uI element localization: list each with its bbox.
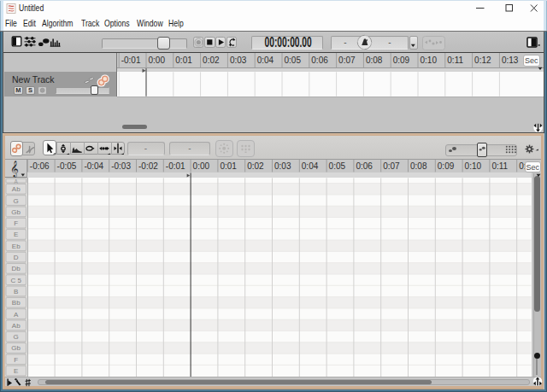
svg-text:Eb: Eb bbox=[12, 243, 21, 250]
svg-text:Db: Db bbox=[12, 265, 21, 272]
svg-text:G: G bbox=[14, 197, 19, 205]
svg-text:E: E bbox=[14, 367, 18, 375]
svg-text:A: A bbox=[15, 178, 19, 184]
svg-text:G: G bbox=[14, 333, 19, 341]
svg-text:F: F bbox=[14, 219, 18, 227]
svg-text:B: B bbox=[14, 288, 18, 295]
svg-text:D: D bbox=[14, 254, 19, 261]
svg-text:Ab: Ab bbox=[12, 322, 21, 330]
svg-text:Gb: Gb bbox=[11, 208, 21, 216]
svg-text:Ab: Ab bbox=[12, 185, 21, 193]
svg-text:F: F bbox=[14, 356, 18, 364]
svg-text:Bb: Bb bbox=[12, 299, 21, 307]
svg-text:Gb: Gb bbox=[11, 344, 21, 352]
svg-text:C 5: C 5 bbox=[10, 277, 21, 284]
svg-text:A: A bbox=[14, 311, 19, 319]
svg-text:E: E bbox=[14, 231, 18, 238]
